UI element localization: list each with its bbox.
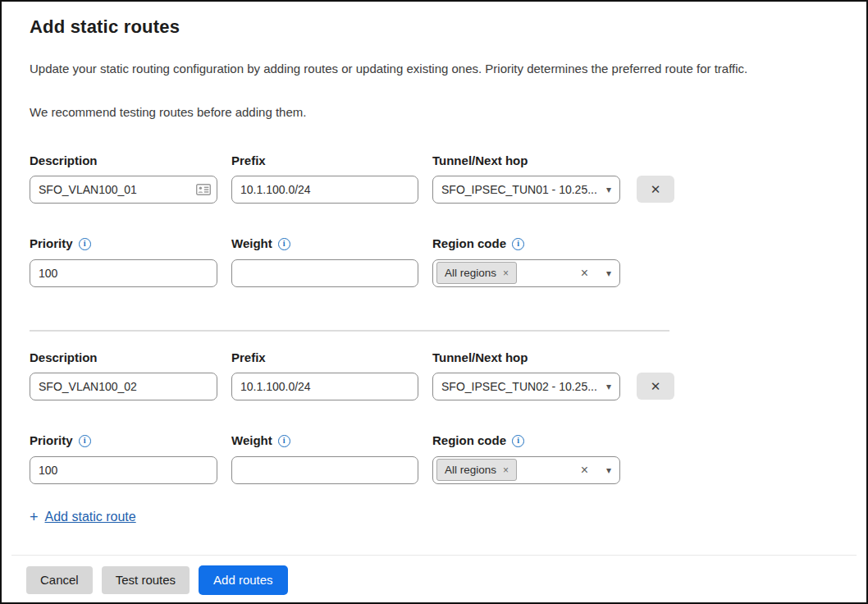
chip-remove-icon[interactable]: × <box>503 268 509 278</box>
close-icon: ✕ <box>651 182 661 196</box>
tunnel-label: Tunnel/Next hop <box>432 154 620 168</box>
region-code-select[interactable]: All regions × × ▾ <box>432 456 620 484</box>
info-icon[interactable]: i <box>278 435 290 447</box>
prefix-label: Prefix <box>231 154 418 168</box>
tunnel-select-value: SFO_IPSEC_TUN02 - 10.25... <box>441 380 600 393</box>
info-icon[interactable]: i <box>512 238 524 250</box>
prefix-input[interactable] <box>231 176 418 204</box>
weight-label: Weight <box>231 237 272 251</box>
remove-route-button[interactable]: ✕ <box>637 373 674 400</box>
region-chip-label: All regions <box>445 267 496 279</box>
close-icon: ✕ <box>651 379 661 393</box>
chevron-down-icon: ▾ <box>606 185 611 194</box>
dialog-footer: Cancel Test routes Add routes <box>2 556 866 595</box>
test-routes-button[interactable]: Test routes <box>102 566 190 594</box>
info-icon[interactable]: i <box>79 238 91 250</box>
tunnel-select[interactable]: SFO_IPSEC_TUN02 - 10.25... ▾ <box>432 373 620 400</box>
add-routes-button[interactable]: Add routes <box>199 565 288 595</box>
section-divider <box>30 330 669 332</box>
prefix-label: Prefix <box>231 351 418 365</box>
chevron-down-icon: ▾ <box>606 465 611 475</box>
add-static-routes-dialog: Add static routes Update your static rou… <box>0 0 868 604</box>
region-chip: All regions × <box>436 262 517 284</box>
chevron-down-icon: ▾ <box>606 382 611 391</box>
weight-input[interactable] <box>231 456 418 484</box>
weight-label: Weight <box>231 434 272 448</box>
region-chip-label: All regions <box>445 464 496 476</box>
chevron-down-icon: ▾ <box>606 268 611 278</box>
region-chip: All regions × <box>436 459 517 481</box>
description-label: Description <box>30 154 217 168</box>
priority-label: Priority <box>30 237 73 251</box>
clear-icon[interactable]: × <box>581 464 588 477</box>
plus-icon: + <box>30 510 39 524</box>
weight-input[interactable] <box>231 259 418 287</box>
add-static-route-link[interactable]: Add static route <box>45 510 136 524</box>
page-title: Add static routes <box>30 16 838 38</box>
region-code-select[interactable]: All regions × × ▾ <box>432 259 620 287</box>
tunnel-select[interactable]: SFO_IPSEC_TUN01 - 10.25... ▾ <box>432 176 620 204</box>
info-icon[interactable]: i <box>278 238 290 250</box>
remove-route-button[interactable]: ✕ <box>637 176 674 203</box>
description-label: Description <box>30 351 217 365</box>
route-row: Description Prefix <box>30 154 838 287</box>
intro-text: Update your static routing configuration… <box>30 61 838 77</box>
chip-remove-icon[interactable]: × <box>503 465 509 475</box>
contact-card-icon <box>196 184 211 195</box>
prefix-input[interactable] <box>231 373 418 400</box>
priority-label: Priority <box>30 434 73 448</box>
info-icon[interactable]: i <box>79 435 91 447</box>
tunnel-select-value: SFO_IPSEC_TUN01 - 10.25... <box>441 183 600 196</box>
tunnel-label: Tunnel/Next hop <box>432 351 620 365</box>
description-input[interactable] <box>30 176 217 204</box>
intro-recommendation-text: We recommend testing routes before addin… <box>30 104 838 121</box>
region-code-label: Region code <box>432 237 506 251</box>
region-code-label: Region code <box>432 434 506 448</box>
clear-icon[interactable]: × <box>581 267 588 280</box>
cancel-button[interactable]: Cancel <box>26 566 93 594</box>
route-row: Description Prefix Tunnel/Next hop SFO_I… <box>30 351 838 484</box>
priority-input[interactable] <box>30 456 217 484</box>
info-icon[interactable]: i <box>512 435 524 447</box>
description-input[interactable] <box>30 373 217 400</box>
priority-input[interactable] <box>30 259 217 287</box>
